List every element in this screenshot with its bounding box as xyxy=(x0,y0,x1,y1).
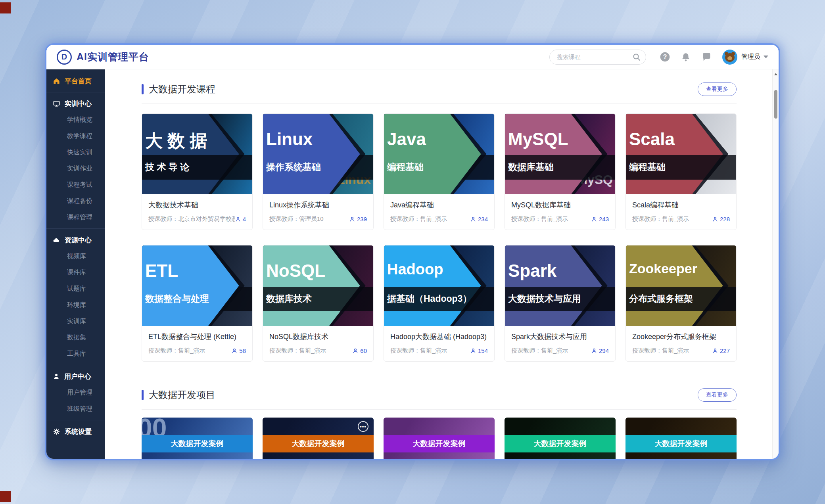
cover-title: MySQL xyxy=(508,129,568,149)
sidebar-item-label: 学情概览 xyxy=(67,116,92,124)
sidebar-item[interactable]: 资源中心 xyxy=(46,232,105,248)
sidebar-item[interactable]: 用户管理 xyxy=(46,385,105,401)
sidebar-collapse-handle[interactable] xyxy=(105,94,111,103)
sidebar-item[interactable]: 学情概览 xyxy=(46,112,105,128)
sidebar-item[interactable]: 数据集 xyxy=(46,330,105,346)
cover-subtitle: 分布式服务框架 xyxy=(629,287,693,312)
help-icon[interactable]: ? xyxy=(660,52,670,62)
view-more-button[interactable]: 查看更多 xyxy=(698,388,737,402)
course-title: Java编程基础 xyxy=(390,200,488,210)
course-count-number: 234 xyxy=(478,216,488,222)
message-bubble-icon[interactable] xyxy=(701,52,712,62)
course-title: Scala编程基础 xyxy=(632,200,730,210)
view-more-button[interactable]: 查看更多 xyxy=(698,82,737,96)
project-card[interactable]: 00 ••• 大数据开发案例 xyxy=(142,418,253,459)
sidebar-item[interactable]: 视频库 xyxy=(46,248,105,264)
course-count-number: 243 xyxy=(599,216,609,222)
sidebar-item[interactable]: 实训库 xyxy=(46,313,105,330)
ellipsis-icon: ••• xyxy=(358,421,368,432)
cover-subtitle: 编程基础 xyxy=(629,155,666,180)
user-avatar[interactable] xyxy=(722,50,737,65)
course-student-count: 294 xyxy=(591,347,609,354)
sidebar-item-label: 课程考试 xyxy=(67,181,92,189)
course-count-number: 60 xyxy=(360,347,367,354)
sidebar-item-label: 资源中心 xyxy=(65,236,92,245)
project-banner: 大数据开发案例 xyxy=(625,435,737,452)
person-icon xyxy=(712,216,718,222)
sidebar-item[interactable]: 系统设置 xyxy=(46,423,105,440)
course-student-count: 234 xyxy=(470,216,488,222)
course-card[interactable]: Hadoop 据基础（Hadoop3） Hadoop大数据基础 (Hadoop3… xyxy=(384,245,495,362)
project-card[interactable]: ••• 大数据开发案例 xyxy=(625,418,737,459)
scrollbar-thumb[interactable] xyxy=(774,90,777,119)
cover-subtitle: 数据库技术 xyxy=(266,287,312,312)
course-section: 大数据开发课程 查看更多 大 数 据 技 术 导 论 大数据技术基础 授课教师：… xyxy=(105,69,772,375)
course-card[interactable]: NoSQL 数据库技术 NoSQL数据库技术 授课教师：售前_演示 60 xyxy=(263,245,374,362)
sidebar-item[interactable]: 用户中心 xyxy=(46,368,105,385)
course-title: ETL数据整合与处理 (Kettle) xyxy=(148,332,246,341)
sidebar-item[interactable]: 课程考试 xyxy=(46,177,105,193)
course-card[interactable]: 大 数 据 技 术 导 论 大数据技术基础 授课教师：北京市对外贸易学校教...… xyxy=(142,113,253,230)
project-card[interactable]: ••• 大数据开发案例 xyxy=(505,418,616,459)
course-count-number: 228 xyxy=(720,216,730,222)
sidebar-item[interactable]: 班级管理 xyxy=(46,401,105,417)
project-card[interactable]: ••• 大数据开发案例 xyxy=(384,418,495,459)
course-card[interactable]: Linux Linux 操作系统基础 Linux操作系统基础 授课教师：管理员1… xyxy=(263,113,374,230)
course-teacher: 授课教师：售前_演示 xyxy=(148,347,231,355)
sidebar-item[interactable]: 课程管理 xyxy=(46,209,105,226)
person-icon xyxy=(470,216,476,222)
sidebar-item[interactable]: 环境库 xyxy=(46,297,105,313)
sidebar-item[interactable]: 课件库 xyxy=(46,264,105,281)
course-count-number: 294 xyxy=(599,347,609,354)
course-card[interactable]: MySQ MySQL 数据库基础 MySQL数据库基础 授课教师：售前_演示 2… xyxy=(505,113,616,230)
sidebar-item[interactable]: 工具库 xyxy=(46,346,105,362)
course-card[interactable]: Zookeeper 分布式服务框架 Zookeeper分布式服务框架 授课教师：… xyxy=(625,245,737,362)
course-card[interactable]: ETL 数据整合与处理 ETL数据整合与处理 (Kettle) 授课教师：售前_… xyxy=(142,245,253,362)
sidebar-item[interactable]: 实训中心 xyxy=(46,95,105,112)
screen-corner-mark xyxy=(0,2,11,13)
course-title: Spark大数据技术与应用 xyxy=(511,332,609,341)
chevron-down-icon[interactable] xyxy=(764,56,768,58)
notification-bell-icon[interactable] xyxy=(681,52,691,62)
cover-title: Linux xyxy=(266,129,313,149)
cover-title: Zookeeper xyxy=(629,261,697,276)
sidebar-item[interactable]: 快速实训 xyxy=(46,144,105,161)
course-count-number: 227 xyxy=(720,347,730,354)
sidebar-item[interactable]: 课程备份 xyxy=(46,193,105,209)
user-name[interactable]: 管理员 xyxy=(741,53,760,61)
course-teacher: 授课教师：售前_演示 xyxy=(390,347,470,355)
search-box[interactable] xyxy=(549,50,646,65)
sidebar-item[interactable]: 教学课程 xyxy=(46,128,105,144)
person-icon xyxy=(591,348,597,354)
screen-corner-mark xyxy=(0,491,11,502)
sidebar-item[interactable]: 试题库 xyxy=(46,281,105,297)
cover-arrow-shape xyxy=(263,245,373,326)
sidebar-item-label: 试题库 xyxy=(67,285,86,293)
cover-title: Scala xyxy=(629,129,675,149)
sidebar-item-label: 快速实训 xyxy=(67,148,92,157)
course-count-number: 154 xyxy=(478,347,488,354)
course-card[interactable]: Spark 大数据技术与应用 Spark大数据技术与应用 授课教师：售前_演示 … xyxy=(505,245,616,362)
cover-arrow-shape xyxy=(142,245,252,326)
sidebar-item-label: 用户中心 xyxy=(64,372,91,381)
sidebar-item[interactable]: 实训作业 xyxy=(46,161,105,177)
main-content: 大数据开发课程 查看更多 大 数 据 技 术 导 论 大数据技术基础 授课教师：… xyxy=(105,69,779,459)
cover-subtitle: 数据整合与处理 xyxy=(145,287,209,312)
cover-subtitle: 大数据技术与应用 xyxy=(508,287,581,312)
course-card[interactable]: Scala 编程基础 Scala编程基础 授课教师：售前_演示 228 xyxy=(625,113,737,230)
scrollbar-up-arrow-icon[interactable] xyxy=(774,73,777,75)
scrollbar[interactable] xyxy=(772,69,779,459)
course-title: Zookeeper分布式服务框架 xyxy=(632,332,730,341)
person-icon xyxy=(470,348,476,354)
course-card[interactable]: Java 编程基础 Java编程基础 授课教师：售前_演示 234 xyxy=(384,113,495,230)
app-title: AI实训管理平台 xyxy=(77,50,149,63)
sidebar-item[interactable]: 平台首页 xyxy=(46,73,105,89)
project-card[interactable]: ••• 大数据开发案例 xyxy=(263,418,374,459)
project-section: 大数据开发项目 查看更多 00 ••• 大数据开发案例 ••• 大数据开发案例 … xyxy=(105,375,772,459)
svg-text:?: ? xyxy=(663,54,667,60)
divider xyxy=(142,409,737,410)
sidebar-item-label: 系统设置 xyxy=(65,427,92,436)
person-icon xyxy=(352,348,359,354)
search-icon[interactable] xyxy=(632,52,641,62)
section-title: 大数据开发项目 xyxy=(149,389,215,401)
